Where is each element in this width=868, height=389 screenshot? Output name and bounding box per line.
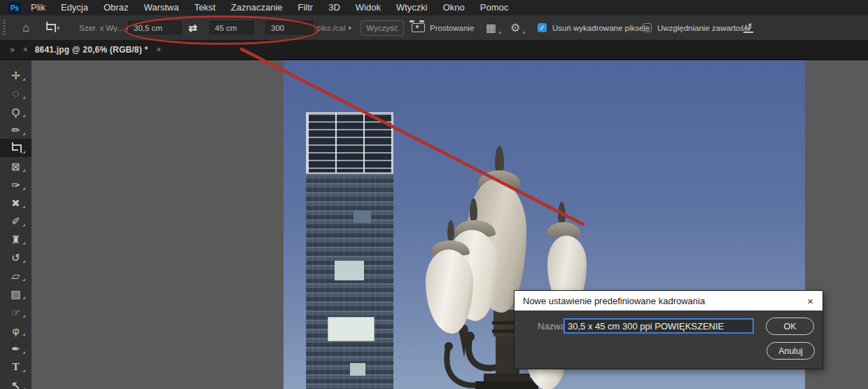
- workspace: ✛ ◌ Ϙ ✏ ⊠ ✑ ✚ ✐ ♜ ↺ ▱ ▨ ☞ φ ✒ T ↖: [0, 60, 868, 389]
- aspect-ratio-dropdown[interactable]: Szer. x Wy... ▾: [79, 15, 130, 40]
- menu-filtr[interactable]: Filtr: [290, 0, 321, 15]
- menu-wtyczki[interactable]: Wtyczki: [388, 0, 435, 15]
- swap-width-height-button[interactable]: ⇄: [188, 15, 197, 40]
- ok-button[interactable]: OK: [766, 318, 814, 335]
- home-icon[interactable]: ⌂: [22, 15, 29, 40]
- tool-elliptical-marquee[interactable]: ◌: [0, 84, 31, 102]
- crop-icon: [12, 144, 20, 152]
- document-tab[interactable]: 8641.jpg @ 20,6% (RGB/8) *: [35, 45, 148, 55]
- crop-resolution-input[interactable]: [265, 21, 313, 34]
- clear-button[interactable]: Wyczyść: [360, 20, 404, 36]
- menu-bar: Ps Plik Edycja Obraz Warstwa Tekst Zazna…: [0, 0, 868, 16]
- separator: [531, 18, 532, 37]
- menu-obraz[interactable]: Obraz: [96, 0, 136, 15]
- crop-width-input[interactable]: [128, 21, 181, 34]
- tool-pen[interactable]: ✒: [0, 339, 31, 357]
- tool-brush[interactable]: ✐: [0, 212, 31, 230]
- preset-name-input[interactable]: [564, 318, 754, 334]
- cancel-button[interactable]: Anuluj: [766, 342, 815, 360]
- straighten-label[interactable]: Prostowanie: [430, 15, 474, 40]
- delete-cropped-pixels-option[interactable]: ✓ Usuń wykadrowane piksele: [538, 15, 650, 40]
- content-aware-option[interactable]: Uwzględnianie zawartości: [643, 15, 750, 40]
- tool-history-brush[interactable]: ↺: [0, 248, 31, 266]
- brush-icon: ✐: [11, 216, 20, 226]
- crop-tool-icon: [46, 24, 54, 32]
- tool-frame[interactable]: ⊠: [0, 157, 31, 175]
- tool-lasso[interactable]: Ϙ: [0, 102, 31, 121]
- photoshop-logo-icon[interactable]: Ps: [8, 2, 21, 14]
- tab-close-icon[interactable]: ×: [156, 45, 161, 55]
- checkbox-unchecked-icon[interactable]: [643, 23, 652, 32]
- tool-gradient[interactable]: ▨: [0, 285, 31, 303]
- separator: [479, 18, 480, 37]
- dialog-body: Nazwa: OK Anuluj: [514, 310, 822, 369]
- move-icon: ✛: [11, 70, 20, 81]
- separator: [41, 18, 42, 37]
- grid-overlay-icon: ▦: [486, 21, 496, 34]
- tool-smudge[interactable]: ☞: [0, 303, 31, 321]
- gear-icon: ⚙: [510, 21, 520, 34]
- menu-widok[interactable]: Widok: [348, 0, 388, 15]
- type-icon: T: [12, 362, 19, 372]
- quick-selection-icon: ✏: [11, 125, 20, 135]
- menu-3d[interactable]: 3D: [321, 0, 348, 15]
- crop-tool-preset-button[interactable]: ▾: [46, 15, 60, 40]
- tool-type[interactable]: T: [0, 357, 31, 376]
- marquee-icon: ◌: [12, 88, 19, 99]
- crop-overlay-options-button[interactable]: ▦▾: [486, 15, 496, 40]
- healing-brush-icon: ✚: [9, 196, 23, 210]
- eraser-icon: ▱: [12, 271, 20, 281]
- chevron-down-icon: ▾: [57, 25, 60, 32]
- chevron-down-icon: ▾: [349, 25, 352, 32]
- tool-path-selection[interactable]: ↖: [0, 376, 31, 389]
- tool-spot-healing[interactable]: ✚: [0, 193, 31, 212]
- separator: [72, 18, 74, 37]
- checkbox-checked-icon[interactable]: ✓: [538, 23, 547, 32]
- tool-eraser[interactable]: ▱: [0, 266, 31, 285]
- crop-height-input[interactable]: [209, 21, 254, 34]
- history-brush-icon: ↺: [11, 252, 20, 263]
- crop-settings-button[interactable]: ⚙▾: [510, 15, 520, 40]
- clone-stamp-icon: ♜: [11, 234, 20, 245]
- tool-eyedropper[interactable]: ✑: [0, 175, 31, 193]
- menu-warstwa[interactable]: Warstwa: [136, 0, 186, 15]
- tools-panel: ✛ ◌ Ϙ ✏ ⊠ ✑ ✚ ✐ ♜ ↺ ▱ ▨ ☞ φ ✒ T ↖: [0, 60, 31, 389]
- tool-crop[interactable]: [0, 139, 31, 157]
- lasso-icon: Ϙ: [12, 107, 20, 117]
- selection-arrow-icon: ↖: [11, 380, 20, 389]
- dialog-title-bar[interactable]: Nowe ustawienie predefiniowane kadrowani…: [514, 291, 822, 310]
- menu-tekst[interactable]: Tekst: [186, 0, 223, 15]
- frame-icon: ⊠: [11, 161, 20, 172]
- menu-edycja[interactable]: Edycja: [53, 0, 96, 15]
- dialog-title: Nowe ustawienie predefiniowane kadrowani…: [523, 296, 807, 306]
- grip-handle[interactable]: [3, 20, 6, 36]
- tool-quick-selection[interactable]: ✏: [0, 121, 31, 139]
- document-tab-bar: » × 8641.jpg @ 20,6% (RGB/8) * ×: [0, 40, 868, 60]
- tool-clone-stamp[interactable]: ♜: [0, 230, 31, 248]
- resolution-unit-dropdown[interactable]: piks./cal ▾: [316, 15, 351, 40]
- swap-arrows-icon: ⇄: [188, 22, 197, 34]
- reset-icon: ↺: [743, 22, 753, 33]
- new-crop-preset-dialog: Nowe ustawienie predefiniowane kadrowani…: [514, 291, 822, 369]
- dodge-icon: φ: [13, 325, 20, 336]
- menu-zaznaczanie[interactable]: Zaznaczanie: [223, 0, 290, 15]
- smudge-icon: ☞: [11, 307, 20, 318]
- dialog-close-icon[interactable]: ×: [807, 296, 813, 306]
- tab-overflow-icon[interactable]: »: [10, 45, 15, 55]
- menu-plik[interactable]: Plik: [23, 0, 53, 15]
- crop-options-bar: ⌂ ▾ Szer. x Wy... ▾ ⇄ piks./cal ▾ Wyczyś…: [0, 15, 868, 41]
- menu-okno[interactable]: Okno: [435, 0, 472, 15]
- tool-move[interactable]: ✛: [0, 66, 31, 84]
- photoshop-window: Ps Plik Edycja Obraz Warstwa Tekst Zazna…: [0, 0, 868, 389]
- gradient-icon: ▨: [10, 289, 20, 299]
- tab-close-icon[interactable]: ×: [23, 45, 28, 55]
- menu-pomoc[interactable]: Pomoc: [472, 0, 516, 15]
- straighten-icon[interactable]: [412, 15, 425, 40]
- tool-dodge[interactable]: φ: [0, 321, 31, 339]
- eyedropper-icon: ✑: [11, 179, 20, 190]
- pen-icon: ✒: [11, 343, 20, 354]
- reset-tool-button[interactable]: ↺: [743, 15, 753, 40]
